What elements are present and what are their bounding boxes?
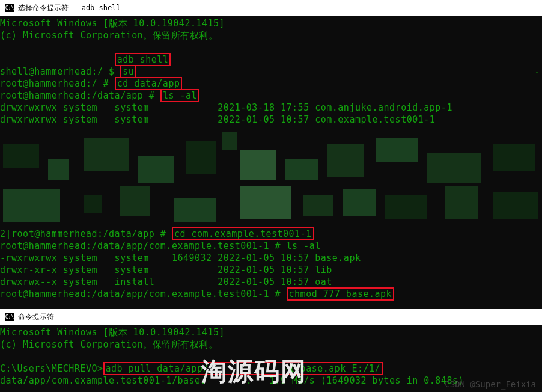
terminal-1[interactable]: Microsoft Windows [版本 10.0.19042.1415] (… — [0, 16, 542, 301]
cd-data-app-cmd: cd data/app — [115, 77, 183, 90]
version-line-2: Microsoft Windows [版本 10.0.19042.1415] — [0, 326, 542, 338]
ls2-output-1: -rwxrwxrwx system system 1649032 2022-01… — [0, 252, 542, 264]
cd-test-line: 2|root@hammerhead:/data/app # cd com.exa… — [0, 228, 542, 240]
ls2-output-3: drwxrwx--x system install 2022-01-05 10:… — [0, 276, 542, 288]
su-line: shell@hammerhead:/ $ su — [0, 66, 542, 78]
title-2: 命令提示符 — [18, 312, 54, 322]
titlebar-1[interactable]: C:\ 选择命令提示符 - adb shell — [0, 0, 542, 16]
su-cmd: su — [120, 65, 136, 78]
chmod-line: root@hammerhead:/data/app/com.example.te… — [0, 288, 542, 300]
watermark-site: 淘源码网 — [201, 355, 307, 388]
version-line: Microsoft Windows [版本 10.0.19042.1415] — [0, 17, 542, 29]
ls-output-1: drwxrwxrwx system system 2021-03-18 17:5… — [0, 102, 542, 114]
ls-al-cmd: ls -al — [160, 89, 199, 102]
adb-shell-line: adb shell. — [0, 54, 542, 66]
cd-test-cmd: cd com.example.test001-1 — [172, 227, 314, 240]
adb-shell-cmd: adb shell — [115, 53, 171, 66]
cmd-icon: C:\ — [5, 313, 14, 321]
ls-al-2-line: root@hammerhead:/data/app/com.example.te… — [0, 240, 542, 252]
watermark-author: CSDN @Super_Feixia — [445, 379, 536, 389]
ls-output-2: drwxrwxrwx system system 2022-01-05 10:5… — [0, 114, 542, 126]
ls2-output-2: drwxr-xr-x system system 2022-01-05 10:5… — [0, 264, 542, 276]
copyright-line: (c) Microsoft Corporation。保留所有权利。 — [0, 29, 542, 41]
ls-al-line: root@hammerhead:/data/app # ls -al — [0, 90, 542, 102]
titlebar-2[interactable]: C:\ 命令提示符 — [0, 309, 542, 325]
title-1: 选择命令提示符 - adb shell — [18, 3, 121, 13]
copyright-line-2: (c) Microsoft Corporation。保留所有权利。 — [0, 338, 542, 351]
cmd-icon: C:\ — [5, 4, 14, 12]
censored-area — [0, 126, 542, 228]
chmod-cmd: chmod 777 base.apk — [287, 287, 395, 301]
cd-data-app-line: root@hammerhead:/ # cd data/app — [0, 78, 542, 90]
